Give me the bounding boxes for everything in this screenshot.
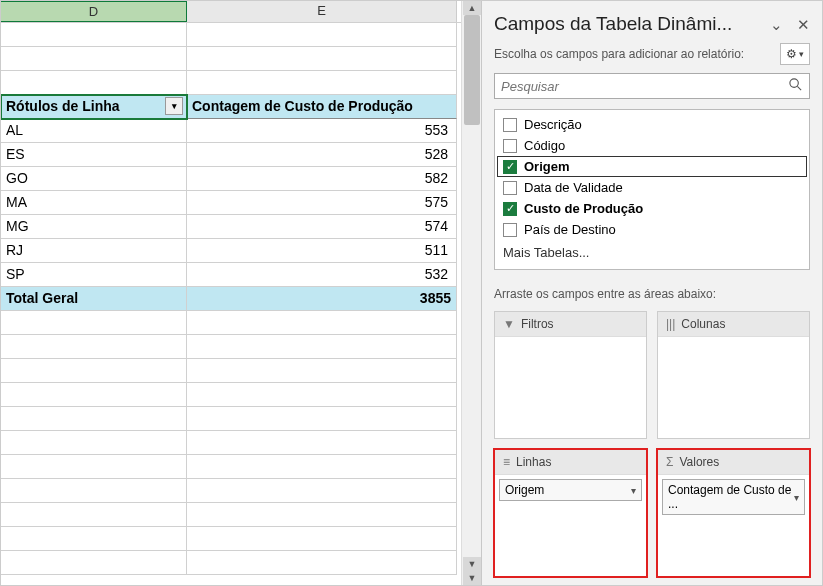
scroll-page-down-arrow[interactable]: ▼ (463, 571, 481, 585)
spreadsheet-grid[interactable]: Rótulos de Linha ▾ Contagem de Custo de … (1, 23, 461, 585)
pivot-row-value[interactable]: 511 (187, 239, 457, 263)
scroll-down-arrow[interactable]: ▼ (463, 557, 481, 571)
pivot-row-label[interactable]: MA (1, 191, 187, 215)
pivot-row-value[interactable]: 528 (187, 143, 457, 167)
checkbox-icon[interactable]: ✓ (503, 160, 517, 174)
drag-hint-text: Arraste os campos entre as áreas abaixo: (494, 287, 810, 301)
field-item-custo-producao[interactable]: ✓Custo de Produção (497, 198, 807, 219)
pane-title: Campos da Tabela Dinâmi... (494, 13, 732, 35)
pivot-row-label[interactable]: AL (1, 119, 187, 143)
pivot-row-value[interactable]: 574 (187, 215, 457, 239)
filters-area[interactable]: ▼Filtros (494, 311, 647, 439)
close-icon[interactable]: ✕ (797, 17, 810, 32)
pivot-row-value[interactable]: 553 (187, 119, 457, 143)
column-header-d[interactable]: D (1, 1, 187, 22)
columns-area[interactable]: |||Colunas (657, 311, 810, 439)
column-header-e[interactable]: E (187, 1, 457, 22)
field-item-origem[interactable]: ✓Origem (497, 156, 807, 177)
sigma-icon: Σ (666, 455, 673, 469)
row-labels-filter-button[interactable]: ▾ (165, 97, 183, 115)
checkbox-icon[interactable] (503, 139, 517, 153)
checkbox-icon[interactable] (503, 181, 517, 195)
pivot-row-value[interactable]: 582 (187, 167, 457, 191)
gear-button[interactable]: ⚙▾ (780, 43, 810, 65)
scroll-up-arrow[interactable]: ▲ (463, 1, 481, 15)
field-item-codigo[interactable]: Código (497, 135, 807, 156)
pivot-total-label[interactable]: Total Geral (1, 287, 187, 311)
chevron-down-icon: ▾ (631, 485, 636, 496)
more-tables-link[interactable]: Mais Tabelas... (497, 240, 807, 265)
rows-icon: ≡ (503, 455, 510, 469)
pivot-row-value[interactable]: 532 (187, 263, 457, 287)
chevron-down-icon: ▾ (794, 492, 799, 503)
scroll-thumb[interactable] (464, 15, 480, 125)
svg-line-1 (797, 86, 801, 90)
collapse-icon[interactable]: ⌄ (770, 17, 783, 32)
pivot-total-value[interactable]: 3855 (187, 287, 457, 311)
values-area[interactable]: ΣValores Contagem de Custo de ...▾ (657, 449, 810, 577)
pivot-row-value[interactable]: 575 (187, 191, 457, 215)
pivot-row-label[interactable]: ES (1, 143, 187, 167)
pivot-values-header[interactable]: Contagem de Custo de Produção (187, 95, 457, 119)
rows-pill-origem[interactable]: Origem▾ (499, 479, 642, 501)
svg-point-0 (790, 79, 798, 87)
field-item-pais-destino[interactable]: País de Destino (497, 219, 807, 240)
field-item-descricao[interactable]: Descrição (497, 114, 807, 135)
filters-area-label: Filtros (521, 317, 554, 331)
gear-icon: ⚙ (786, 47, 797, 61)
pivot-row-label[interactable]: RJ (1, 239, 187, 263)
columns-icon: ||| (666, 317, 675, 331)
checkbox-icon[interactable]: ✓ (503, 202, 517, 216)
rows-area[interactable]: ≡Linhas Origem▾ (494, 449, 647, 577)
values-pill-contagem[interactable]: Contagem de Custo de ...▾ (662, 479, 805, 515)
search-input[interactable] (501, 79, 788, 94)
field-item-data-validade[interactable]: Data de Validade (497, 177, 807, 198)
pivot-row-label[interactable]: MG (1, 215, 187, 239)
columns-area-label: Colunas (681, 317, 725, 331)
values-area-label: Valores (679, 455, 719, 469)
checkbox-icon[interactable] (503, 223, 517, 237)
pivot-row-labels-header[interactable]: Rótulos de Linha ▾ (1, 95, 187, 119)
checkbox-icon[interactable] (503, 118, 517, 132)
filter-icon: ▼ (503, 317, 515, 331)
vertical-scrollbar[interactable]: ▲ ▼ ▼ (461, 1, 481, 585)
pivot-row-label[interactable]: SP (1, 263, 187, 287)
pane-subtitle: Escolha os campos para adicionar ao rela… (494, 47, 744, 61)
pivot-row-label[interactable]: GO (1, 167, 187, 191)
search-box[interactable] (494, 73, 810, 99)
search-icon (788, 77, 803, 95)
chevron-down-icon: ▾ (799, 49, 804, 59)
fields-list: Descrição Código ✓Origem Data de Validad… (494, 109, 810, 270)
rows-area-label: Linhas (516, 455, 551, 469)
